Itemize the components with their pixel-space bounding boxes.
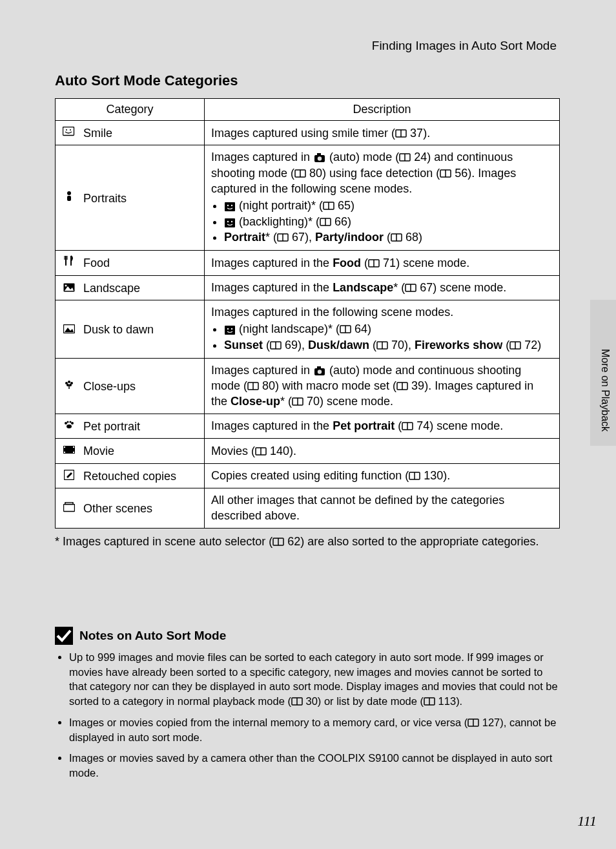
book-ref-icon	[440, 168, 451, 178]
label-retouched: Retouched copies	[83, 470, 176, 483]
book-ref-icon	[292, 396, 303, 406]
book-ref-icon	[402, 421, 413, 431]
row-pet: Pet portrait Images captured in the Pet …	[56, 414, 560, 438]
check-badge-icon	[55, 627, 73, 645]
book-ref-icon	[509, 340, 521, 350]
chapter-header: Finding Images in Auto Sort Mode	[55, 39, 560, 53]
desc-smile: Images captured using smile timer ( 37).	[205, 121, 560, 145]
label-closeups: Close-ups	[83, 380, 136, 393]
book-ref-icon	[294, 168, 306, 178]
row-food: Food Images captured in the Food ( 71) s…	[56, 251, 560, 275]
section-title: Auto Sort Mode Categories	[55, 72, 560, 89]
col-category: Category	[56, 99, 205, 121]
row-dusk: Dusk to dawn Images captured in the foll…	[56, 300, 560, 358]
scene-icon	[225, 218, 235, 227]
note-item-1: Up to 999 images and movie files can be …	[69, 650, 560, 709]
row-retouched: Retouched copies Copies created using ed…	[56, 463, 560, 488]
book-ref-icon	[277, 232, 289, 242]
retouch-icon	[62, 468, 76, 484]
scene-icon	[225, 326, 235, 335]
other-icon	[62, 501, 76, 516]
label-portraits: Portraits	[83, 192, 127, 205]
book-ref-icon	[368, 258, 380, 268]
row-closeups: Close-ups Images captured in (auto) mode…	[56, 358, 560, 414]
desc-portraits: Images captured in (auto) mode ( 24) and…	[205, 145, 560, 251]
book-ref-icon	[396, 381, 408, 391]
row-smile: Smile Images captured using smile timer …	[56, 121, 560, 145]
desc-retouched: Copies created using editing function ( …	[205, 463, 560, 488]
scene-icon	[225, 202, 235, 211]
desc-movie: Movies ( 140).	[205, 439, 560, 463]
label-movie: Movie	[83, 445, 114, 457]
row-landscape: Landscape Images captured in the Landsca…	[56, 275, 560, 300]
label-dusk: Dusk to dawn	[83, 323, 154, 336]
book-ref-icon	[399, 152, 411, 162]
book-ref-icon	[405, 282, 416, 293]
label-pet: Pet portrait	[83, 420, 140, 433]
row-portraits: Portraits Images captured in (auto) mode…	[56, 145, 560, 251]
notes-section: Notes on Auto Sort Mode Up to 999 images…	[55, 627, 560, 781]
notes-title: Notes on Auto Sort Mode	[79, 629, 226, 643]
book-ref-icon	[255, 446, 267, 456]
book-ref-icon	[291, 696, 303, 706]
label-other: Other scenes	[83, 502, 152, 515]
book-ref-icon	[409, 470, 420, 481]
page-number: 111	[577, 813, 597, 830]
col-description: Description	[205, 99, 560, 121]
note-item-3: Images or movies saved by a camera other…	[69, 751, 560, 781]
desc-closeups: Images captured in (auto) mode and conti…	[205, 358, 560, 414]
book-ref-icon	[320, 216, 331, 227]
paw-icon	[62, 419, 76, 434]
desc-landscape: Images captured in the Landscape* ( 67) …	[205, 275, 560, 300]
label-food: Food	[83, 257, 110, 269]
book-ref-icon	[391, 232, 402, 242]
movie-icon	[62, 443, 76, 459]
book-ref-icon	[424, 696, 435, 706]
manual-page: More on Playback Finding Images in Auto …	[0, 0, 616, 849]
smile-icon	[62, 125, 76, 141]
camera-icon	[314, 152, 325, 163]
table-footnote: * Images captured in scene auto selector…	[55, 534, 560, 549]
food-icon	[62, 255, 76, 271]
person-icon	[62, 191, 76, 206]
book-ref-icon	[340, 324, 351, 334]
flower-icon	[62, 379, 76, 394]
desc-dusk: Images captured in the following scene m…	[205, 300, 560, 358]
categories-table: Category Description Smile Images captur…	[55, 98, 560, 529]
desc-food: Images captured in the Food ( 71) scene …	[205, 251, 560, 275]
book-ref-icon	[376, 340, 388, 350]
book-ref-icon	[323, 200, 334, 211]
row-other: Other scenes All other images that canno…	[56, 488, 560, 528]
desc-other: All other images that cannot be defined …	[205, 488, 560, 528]
camera-icon	[314, 366, 325, 376]
dusk-icon	[62, 322, 76, 337]
book-ref-icon	[467, 717, 479, 728]
book-ref-icon	[272, 536, 284, 547]
label-landscape: Landscape	[83, 282, 140, 295]
side-section-label: More on Playback	[599, 349, 611, 432]
desc-pet: Images captured in the Pet portrait ( 74…	[205, 414, 560, 438]
note-item-2: Images or movies copied from the interna…	[69, 715, 560, 745]
label-smile: Smile	[83, 127, 112, 140]
landscape-icon	[62, 280, 76, 296]
row-movie: Movie Movies ( 140).	[56, 439, 560, 463]
book-ref-icon	[395, 128, 407, 138]
book-ref-icon	[247, 381, 259, 391]
book-ref-icon	[270, 340, 282, 350]
